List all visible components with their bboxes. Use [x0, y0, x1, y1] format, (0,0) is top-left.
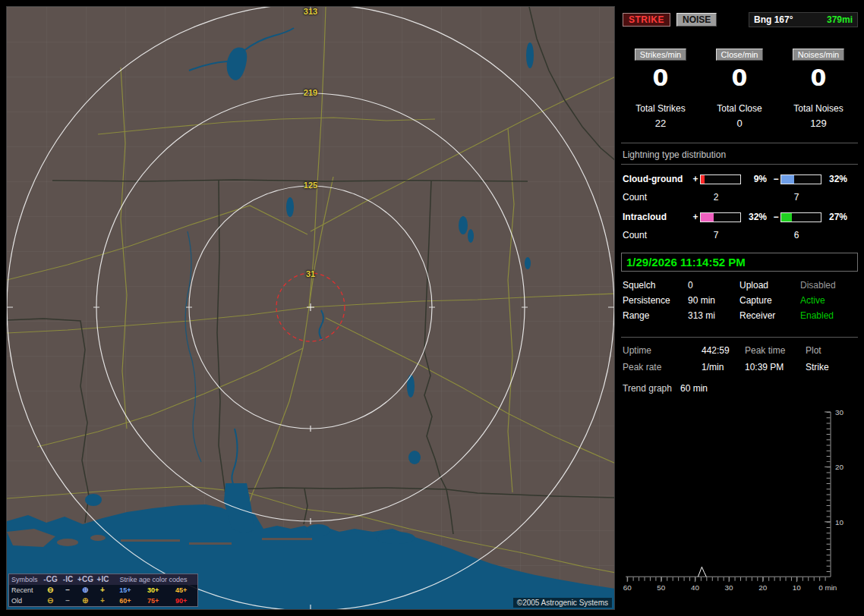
total-strikes-label: Total Strikes	[621, 103, 700, 114]
x-tick-50: 50	[657, 583, 666, 592]
total-strikes-value: 22	[621, 118, 700, 129]
cloud-ground-label: Cloud-ground	[621, 174, 691, 184]
pos-cg-symbol-recent: ⊕	[77, 586, 94, 594]
stats-row-2: Peak rate 1/min 10:39 PM Strike	[621, 359, 858, 376]
plot-value: Strike	[806, 362, 858, 372]
ic-negative-count: 6	[771, 230, 821, 240]
legend-old-row: Old ⊖ − ⊕ + 60+ 75+ 90+	[9, 596, 197, 606]
neg-cg-symbol-recent: ⊖	[42, 586, 59, 594]
trend-graph-value: 60 min	[680, 383, 708, 394]
age-45: 45+	[167, 586, 195, 594]
legend-header-row: Symbols -CG -IC +CG +IC Strike age color…	[9, 574, 197, 585]
range-label-313: 313	[299, 7, 322, 16]
noises-per-min-counter: Noises/min 0	[779, 49, 858, 91]
uptime-value: 442:59	[702, 345, 745, 356]
close-per-min-value: 0	[700, 64, 779, 91]
uptime-label: Uptime	[621, 345, 702, 356]
peak-time-label: Peak time	[745, 345, 806, 356]
strikes-per-min-label[interactable]: Strikes/min	[635, 49, 686, 61]
strike-mode-button[interactable]: STRIKE	[623, 13, 670, 27]
cg-negative-bar	[780, 174, 821, 184]
legend-col-pos-ic: +IC	[94, 576, 112, 583]
minus-sign: −	[771, 212, 780, 222]
peak-rate-value: 1/min	[702, 362, 745, 372]
ic-positive-count: 7	[691, 230, 741, 240]
ic-negative-bar-fill	[781, 213, 792, 222]
total-noises-label: Total Noises	[779, 103, 858, 114]
range-label-125: 125	[299, 181, 322, 190]
trend-spike	[698, 567, 706, 577]
settings-row-persistence: Persistence 90 min Capture Active	[621, 293, 858, 308]
legend-old-label: Old	[11, 597, 42, 605]
pos-cg-symbol-old: ⊕	[77, 597, 94, 605]
age-30: 30+	[139, 586, 167, 594]
settings-row-squelch: Squelch 0 Upload Disabled	[621, 278, 858, 293]
intracloud-row: Intracloud + 32% − 27%	[621, 212, 858, 222]
age-15: 15+	[111, 586, 139, 594]
pos-ic-symbol-old: +	[94, 597, 112, 605]
persistence-value: 90 min	[688, 295, 739, 306]
cloud-ground-row: Cloud-ground + 9% − 32%	[621, 174, 858, 184]
legend-symbols-title: Symbols	[11, 576, 42, 583]
radar-map[interactable]: 313 219 125 31 Symbols -CG -IC +CG +IC S…	[6, 6, 615, 610]
age-60: 60+	[111, 597, 139, 605]
map-legend: Symbols -CG -IC +CG +IC Strike age color…	[8, 574, 198, 607]
peak-time-value: 10:39 PM	[745, 362, 806, 372]
range-value: 313 mi	[688, 310, 739, 321]
cloud-ground-count-row: Count 2 7	[621, 192, 858, 203]
x-tick-30: 30	[725, 583, 734, 592]
distribution-title: Lightning type distribution	[623, 149, 858, 160]
x-tick-40: 40	[691, 583, 700, 592]
plus-sign: +	[691, 212, 700, 222]
ic-positive-bar	[700, 212, 741, 222]
settings-row-range: Range 313 mi Receiver Enabled	[621, 308, 858, 323]
count-label: Count	[621, 192, 691, 203]
x-tick-60: 60	[623, 583, 632, 592]
intracloud-label: Intracloud	[621, 212, 691, 222]
y-tick-20: 20	[835, 463, 844, 471]
totals-row: Total Strikes 22 Total Close 0 Total Noi…	[621, 103, 858, 129]
close-per-min-label[interactable]: Close/min	[716, 49, 764, 61]
cg-positive-bar	[700, 174, 741, 184]
strikes-per-min-counter: Strikes/min 0	[621, 49, 700, 91]
noises-per-min-label[interactable]: Noises/min	[793, 49, 844, 61]
rate-counters: Strikes/min 0 Close/min 0 Noises/min 0	[621, 49, 858, 91]
y-tick-30: 30	[835, 408, 844, 416]
intracloud-count-row: Count 7 6	[621, 230, 858, 240]
strikes-per-min-value: 0	[621, 64, 700, 91]
receiver-status: Enabled	[800, 310, 858, 321]
trend-graph-label: Trend graph	[621, 383, 680, 394]
range-label-31: 31	[299, 269, 322, 278]
age-90: 90+	[167, 597, 195, 605]
mode-toolbar: STRIKE NOISE Bng 167° 379mi	[623, 12, 858, 27]
legend-recent-row: Recent ⊖ − ⊕ + 15+ 30+ 45+	[9, 585, 197, 596]
legend-age-title: Strike age color codes	[112, 576, 195, 583]
cg-negative-percent: 32%	[821, 174, 852, 184]
cg-negative-count: 7	[771, 192, 821, 203]
noise-mode-button[interactable]: NOISE	[676, 13, 717, 27]
capture-status: Active	[800, 295, 858, 306]
ic-positive-percent: 32%	[741, 212, 771, 222]
total-noises-value: 129	[779, 118, 858, 129]
current-datetime: 1/29/2026 11:14:52 PM	[626, 256, 746, 269]
receiver-label: Receiver	[739, 310, 800, 321]
upload-status: Disabled	[800, 280, 858, 291]
x-tick-10: 10	[793, 583, 802, 592]
trend-graph: 30 20 10 60 50 40 30 20 10 0 min	[621, 407, 858, 596]
map-canvas	[7, 7, 615, 610]
divider	[621, 337, 858, 338]
count-label: Count	[621, 230, 691, 240]
settings-table: Squelch 0 Upload Disabled Persistence 90…	[621, 278, 858, 323]
persistence-label: Persistence	[621, 295, 688, 306]
peak-rate-label: Peak rate	[621, 362, 702, 372]
plus-sign: +	[691, 174, 700, 184]
close-per-min-counter: Close/min 0	[700, 49, 779, 91]
pos-ic-symbol-recent: +	[94, 586, 112, 594]
cg-positive-bar-fill	[701, 175, 705, 184]
total-close-value: 0	[700, 118, 779, 129]
bearing-value: Bng 167°	[754, 14, 793, 25]
x-tick-20: 20	[758, 583, 768, 592]
stats-table: Uptime 442:59 Peak time Plot Peak rate 1…	[621, 342, 858, 397]
graph-axes	[626, 412, 831, 582]
y-tick-10: 10	[835, 518, 844, 526]
